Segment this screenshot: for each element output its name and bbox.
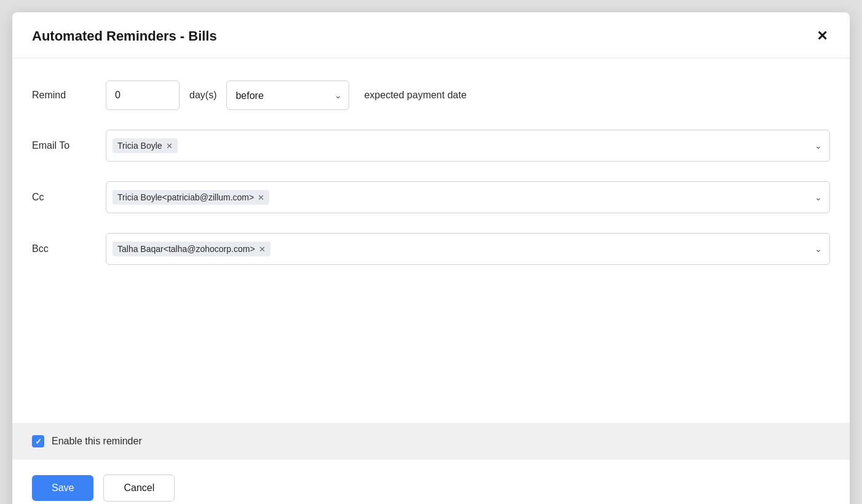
modal-header: Automated Reminders - Bills ✕ — [12, 12, 850, 58]
close-button[interactable]: ✕ — [814, 27, 830, 45]
cc-chevron-icon: ⌄ — [815, 192, 822, 202]
save-button[interactable]: Save — [32, 475, 93, 501]
cc-row: Cc Tricia Boyle<patriciab@zillum.com> ✕ … — [32, 181, 830, 213]
checkmark-icon: ✓ — [35, 437, 42, 446]
bcc-tag-0: Talha Baqar<talha@zohocorp.com> ✕ — [113, 242, 271, 256]
before-select-wrapper: before after on ⌄ — [226, 81, 349, 110]
email-to-label: Email To — [32, 140, 106, 151]
enable-reminder-checkbox[interactable]: ✓ — [32, 435, 44, 447]
enable-reminder-label: Enable this reminder — [52, 436, 142, 447]
bcc-chevron-icon: ⌄ — [815, 244, 822, 254]
modal-title: Automated Reminders - Bills — [32, 28, 217, 44]
email-to-row: Email To Tricia Boyle ✕ ⌄ — [32, 130, 830, 162]
enable-reminder-section: ✓ Enable this reminder — [12, 423, 850, 460]
days-text: day(s) — [189, 90, 216, 101]
cc-tag-0: Tricia Boyle<patriciab@zillum.com> ✕ — [113, 190, 269, 205]
bcc-tag-name-0: Talha Baqar<talha@zohocorp.com> — [117, 244, 255, 254]
modal-container: Automated Reminders - Bills ✕ Remind day… — [12, 12, 850, 504]
enable-reminder-checkbox-wrapper[interactable]: ✓ Enable this reminder — [32, 435, 142, 447]
email-to-chevron-icon: ⌄ — [815, 141, 822, 151]
bcc-label: Bcc — [32, 243, 106, 254]
modal-body: Remind day(s) before after on ⌄ expected… — [12, 58, 850, 423]
cc-tag-remove-0[interactable]: ✕ — [258, 194, 264, 202]
bcc-row: Bcc Talha Baqar<talha@zohocorp.com> ✕ ⌄ — [32, 233, 830, 265]
email-to-select[interactable]: Tricia Boyle ✕ ⌄ — [106, 130, 830, 162]
remind-label: Remind — [32, 90, 106, 101]
email-to-tag-0: Tricia Boyle ✕ — [113, 138, 178, 153]
modal-footer-actions: Save Cancel — [12, 460, 850, 504]
remind-row: Remind day(s) before after on ⌄ expected… — [32, 81, 830, 110]
cancel-button[interactable]: Cancel — [103, 474, 175, 502]
remind-days-input[interactable] — [106, 81, 180, 110]
bcc-tag-remove-0[interactable]: ✕ — [259, 245, 266, 253]
bcc-select[interactable]: Talha Baqar<talha@zohocorp.com> ✕ ⌄ — [106, 233, 830, 265]
before-select[interactable]: before after on — [226, 81, 349, 110]
email-to-tag-remove-0[interactable]: ✕ — [166, 142, 173, 150]
email-to-tag-name-0: Tricia Boyle — [117, 141, 162, 151]
remind-controls: day(s) before after on ⌄ expected paymen… — [106, 81, 467, 110]
cc-select[interactable]: Tricia Boyle<patriciab@zillum.com> ✕ ⌄ — [106, 181, 830, 213]
expected-payment-text: expected payment date — [364, 90, 466, 101]
cc-label: Cc — [32, 192, 106, 203]
cc-tag-name-0: Tricia Boyle<patriciab@zillum.com> — [117, 192, 254, 202]
